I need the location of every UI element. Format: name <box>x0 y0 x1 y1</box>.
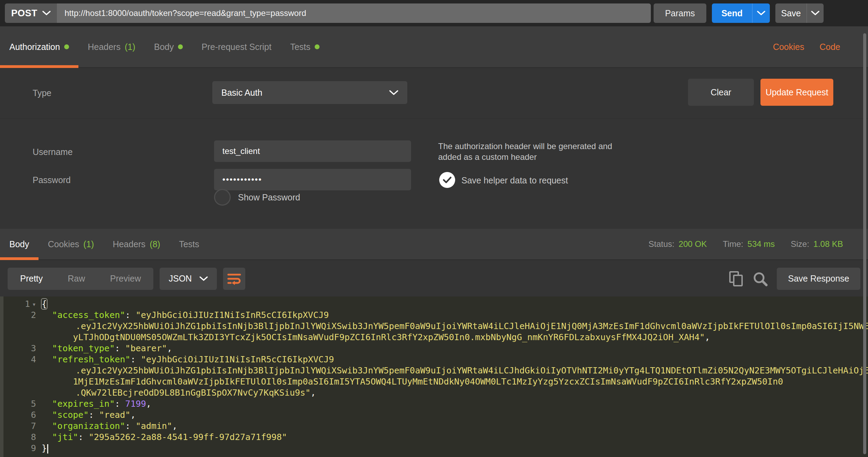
send-options-button[interactable] <box>752 3 770 23</box>
time-value: 534 ms <box>748 239 775 249</box>
code-text: "access_token": "eyJhbGciOiJIUzI1NiIsInR… <box>42 310 329 321</box>
checkmark-icon <box>443 176 452 183</box>
password-label: Password <box>33 175 71 185</box>
status-dot <box>315 44 320 49</box>
send-button[interactable]: Send <box>712 3 752 23</box>
status-value: 200 OK <box>679 239 707 249</box>
size-value: 1.08 KB <box>814 239 843 249</box>
cookies-link[interactable]: Cookies <box>773 42 804 52</box>
save-response-button[interactable]: Save Response <box>777 268 860 290</box>
code-link[interactable]: Code <box>819 42 840 52</box>
text-wrap-button[interactable] <box>223 268 245 290</box>
time-pair: Time: 534 ms <box>723 239 775 249</box>
code-text: yLTJhODgtNDU0MS05OWZmLTk3ZDI3YTcxZjk5OCI… <box>42 332 710 343</box>
code-text: 1MjE1MzEsImF1dGhvcml0aWVzIjpbIkFETUlOIl0… <box>42 376 783 387</box>
request-url-bar: POST Params Send Save <box>0 0 868 26</box>
size-pair: Size: 1.08 KB <box>791 239 843 249</box>
text-wrap-icon <box>227 273 241 285</box>
code-line: .QKw72lEBcjreOdD9L8B1nGgBISpOX7NvCy7KqKS… <box>3 387 868 398</box>
fold-caret-icon[interactable]: ▾ <box>32 299 36 310</box>
code-text: "token_type": "bearer", <box>42 343 172 354</box>
response-tab-headers[interactable]: Headers (8) <box>103 229 170 259</box>
response-tab-headers-label: Headers <box>113 239 146 249</box>
view-pretty-button[interactable]: Pretty <box>8 268 55 290</box>
divider <box>0 118 868 119</box>
line-number: 7 <box>3 421 42 432</box>
update-request-button[interactable]: Update Request <box>760 79 833 106</box>
code-lines: 1▾{2"access_token": "eyJhbGciOiJIUzI1NiI… <box>3 299 868 454</box>
show-password-label: Show Password <box>238 192 300 202</box>
code-line: 8"jti": "295a5262-2a88-4541-99ff-97d27a7… <box>3 432 868 443</box>
line-number: 8 <box>3 432 42 443</box>
line-number: 6 <box>3 409 42 421</box>
vertical-scrollbar[interactable] <box>863 33 866 454</box>
save-options-button[interactable] <box>807 3 824 23</box>
save-helper-label: Save helper data to request <box>461 175 568 186</box>
save-helper-checkbox[interactable] <box>439 172 455 188</box>
tab-tests-label: Tests <box>290 42 310 52</box>
url-input[interactable] <box>57 3 651 23</box>
tab-headers[interactable]: Headers (1) <box>78 26 145 67</box>
view-preview-button[interactable]: Preview <box>97 268 153 290</box>
code-line: 1▾{ <box>3 299 868 310</box>
tab-pre-request-script[interactable]: Pre-request Script <box>192 26 281 67</box>
line-number <box>3 332 42 343</box>
code-line: .eyJ1c2VyX25hbWUiOiJhZG1pbiIsInNjb3BlIjp… <box>3 365 868 376</box>
tab-links: Cookies Code <box>773 42 868 52</box>
code-text: "expires_in": 7199, <box>42 398 151 409</box>
search-icon <box>752 271 768 286</box>
auth-type-value: Basic Auth <box>221 88 262 98</box>
response-tab-tests[interactable]: Tests <box>170 229 209 259</box>
username-input[interactable] <box>214 140 411 162</box>
request-tabs: Authorization Headers (1) Body Pre-reque… <box>0 26 868 68</box>
tab-body[interactable]: Body <box>145 26 192 67</box>
code-line: 5"expires_in": 7199, <box>3 398 868 409</box>
code-line: 1MjE1MzEsImF1dGhvcml0aWVzIjpbIkFETUlOIl0… <box>3 376 868 387</box>
save-button[interactable]: Save <box>775 3 807 23</box>
line-number: 2 <box>3 310 42 321</box>
code-line: .eyJ1c2VyX25hbWUiOiJhZG1pbiIsInNjb3BlIjp… <box>3 321 868 332</box>
line-number: 4 <box>3 354 42 365</box>
show-password-radio[interactable] <box>214 189 231 206</box>
auth-type-select[interactable]: Basic Auth <box>212 81 407 104</box>
response-tab-cookies[interactable]: Cookies (1) <box>39 229 103 259</box>
tab-tests[interactable]: Tests <box>281 26 329 67</box>
password-input[interactable] <box>214 169 411 190</box>
format-value: JSON <box>169 274 192 284</box>
code-line: 6"scope": "read", <box>3 409 868 421</box>
response-tab-tests-label: Tests <box>179 239 199 249</box>
view-raw-button[interactable]: Raw <box>55 268 97 290</box>
response-tab-body-label: Body <box>9 239 29 249</box>
params-button[interactable]: Params <box>654 3 706 23</box>
tab-authorization[interactable]: Authorization <box>0 26 78 67</box>
search-button[interactable] <box>752 271 768 286</box>
chevron-down-icon <box>199 276 208 281</box>
postman-app: POST Params Send Save <box>0 0 868 457</box>
tab-headers-label: Headers <box>88 42 121 52</box>
code-text: .QKw72lEBcjreOdD9L8B1nGgBISpOX7NvCy7KqKS… <box>42 387 316 398</box>
topbar-spacer <box>824 13 868 14</box>
line-number <box>3 365 42 376</box>
chevron-down-icon <box>757 11 765 16</box>
code-text: "scope": "read", <box>42 409 136 421</box>
type-label: Type <box>33 88 51 98</box>
clear-button[interactable]: Clear <box>688 79 754 106</box>
code-text: } <box>42 443 48 454</box>
method-select[interactable]: POST <box>5 3 57 23</box>
response-body-viewer[interactable]: 1▾{2"access_token": "eyJhbGciOiJIUzI1NiI… <box>0 296 868 457</box>
code-line: 2"access_token": "eyJhbGciOiJIUzI1NiIsIn… <box>3 310 868 321</box>
toolbar-right: Save Response <box>729 268 860 290</box>
format-select[interactable]: JSON <box>160 268 217 290</box>
status-dot <box>64 44 69 49</box>
code-text: .eyJ1c2VyX25hbWUiOiJhZG1pbiIsInNjb3BlIjp… <box>42 365 868 376</box>
tab-headers-count: (1) <box>125 42 135 52</box>
line-number <box>3 321 42 332</box>
auth-helper-note: The authorization header will be generat… <box>438 141 627 162</box>
text-cursor <box>47 444 48 454</box>
time-label: Time: <box>723 239 743 249</box>
line-number <box>3 387 42 398</box>
line-number: 1▾ <box>3 299 42 310</box>
copy-icon <box>729 271 743 287</box>
copy-button[interactable] <box>729 271 743 287</box>
response-tab-body[interactable]: Body <box>0 229 39 259</box>
